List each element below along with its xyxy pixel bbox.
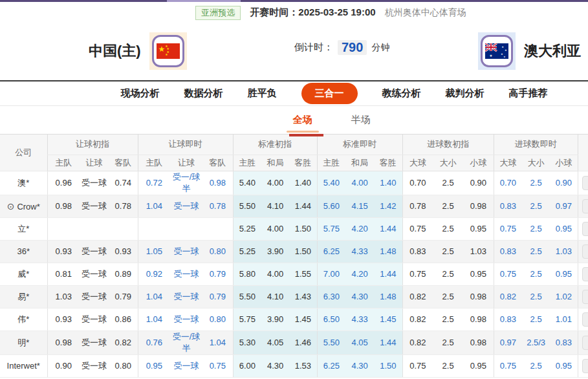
row-action-button[interactable] — [582, 199, 588, 213]
match-header: 中国(主) ★ ★ ★ ★ ★ 倒计时： 790 分钟 — [0, 23, 588, 80]
odds-cell: 0.98 — [47, 195, 80, 217]
china-flag-icon: ★ ★ ★ ★ ★ — [152, 35, 184, 67]
row-action-button[interactable] — [582, 222, 588, 236]
odds-cell: 4.10 — [261, 195, 289, 217]
odds-cell: 5.50 — [233, 195, 261, 217]
odds-cell: 2.5 — [522, 217, 550, 240]
odds-cell: 5.25 — [233, 240, 261, 263]
odds-cell: 1.44 — [374, 217, 402, 240]
odds-cell: 0.83 — [494, 308, 522, 330]
subcolumn-header: 大小 — [433, 155, 463, 171]
odds-row: 威*0.81受一球0.890.92受一球0.795.804.001.557.00… — [0, 263, 588, 285]
odds-cell: 2.5 — [433, 171, 463, 195]
subcolumn-header: 让球 — [170, 155, 202, 171]
odds-cell: 4.00 — [261, 217, 289, 240]
company-cell[interactable]: Interwet* — [0, 354, 47, 377]
venue: 杭州奥体中心体育场 — [385, 7, 466, 19]
odds-cell: 0.93 — [47, 308, 80, 330]
odds-cell: 4.00 — [345, 171, 374, 195]
company-cell[interactable]: 伟* — [0, 308, 47, 330]
odds-cell: 1.50 — [374, 354, 402, 377]
odds-cell: 受一球 — [80, 263, 109, 285]
odds-cell: 0.83 — [494, 240, 522, 263]
nav-tab-6[interactable]: 高手推荐 — [509, 87, 548, 100]
odds-cell: 受一球 — [170, 308, 202, 330]
odds-cell: 1.46 — [289, 330, 317, 354]
odds-cell: 6.25 — [317, 240, 345, 263]
odds-cell — [109, 217, 138, 240]
odds-cell: 0.74 — [109, 171, 138, 195]
company-cell[interactable]: 威* — [0, 263, 47, 285]
odds-cell: 0.90 — [550, 171, 578, 195]
subtab-1[interactable]: 半场 — [350, 110, 372, 130]
odds-cell: 1.03 — [550, 240, 578, 263]
subcolumn-header: 小球 — [463, 155, 494, 171]
odds-cell: 0.98 — [463, 195, 494, 217]
odds-cell: 0.98 — [463, 330, 494, 354]
odds-cell: 1.01 — [550, 308, 578, 330]
subtab-0[interactable]: 全场 — [292, 110, 314, 130]
svg-text:★: ★ — [501, 45, 504, 49]
odds-cell: 4.20 — [345, 217, 374, 240]
odds-cell: 受一球 — [80, 285, 109, 308]
nav-tab-1[interactable]: 数据分析 — [184, 87, 223, 100]
row-action-button[interactable] — [582, 267, 588, 281]
row-action-button[interactable] — [582, 176, 588, 190]
company-cell[interactable]: 易* — [0, 285, 47, 308]
odds-cell: 受一/球半 — [170, 171, 202, 195]
group-header: 进球数即时 — [494, 135, 578, 155]
column-scroll-indicator — [289, 134, 323, 136]
odds-cell: 7.00 — [317, 263, 345, 285]
odds-cell: 5.50 — [317, 330, 345, 354]
odds-cell: 0.96 — [47, 171, 80, 195]
nav-tab-2[interactable]: 胜平负 — [248, 87, 277, 100]
odds-cell: 0.95 — [138, 354, 170, 377]
subcolumn-header: 和局 — [345, 155, 374, 171]
company-cell[interactable]: 立* — [0, 217, 47, 240]
odds-cell: 0.79 — [202, 263, 233, 285]
odds-cell: 4.33 — [345, 240, 374, 263]
odds-cell: 0.95 — [463, 217, 494, 240]
row-action-button[interactable] — [582, 312, 588, 327]
odds-cell: 5.75 — [317, 217, 345, 240]
subcolumn-header: 主队 — [138, 155, 170, 171]
nav-tab-0[interactable]: 现场分析 — [121, 87, 160, 100]
odds-cell: 0.98 — [463, 308, 494, 330]
row-action-button[interactable] — [582, 244, 588, 259]
company-cell[interactable]: 澳* — [0, 171, 47, 195]
company-cell[interactable]: ⊙Crow* — [0, 195, 47, 217]
odds-cell: 1.04 — [138, 285, 170, 308]
odds-cell: 1.02 — [550, 285, 578, 308]
company-cell[interactable]: 36* — [0, 240, 47, 263]
svg-text:★: ★ — [503, 56, 505, 58]
row-action-button[interactable] — [582, 359, 588, 373]
odds-row: 澳*0.96受一球0.740.72受一/球半0.985.404.001.405.… — [0, 171, 588, 195]
odds-cell: 0.89 — [109, 263, 138, 285]
home-team-name: 中国(主) — [89, 41, 141, 61]
odds-cell: 0.90 — [463, 171, 494, 195]
nav-tab-4[interactable]: 教练分析 — [382, 87, 421, 100]
row-action-button[interactable] — [582, 290, 588, 304]
row-action-button[interactable] — [582, 336, 588, 350]
odds-row: 明*0.98受一球0.820.76受一/球半1.045.304.051.465.… — [0, 330, 588, 354]
odds-cell: 1.48 — [374, 240, 402, 263]
odds-cell: 4.30 — [345, 354, 374, 377]
odds-cell: 0.75 — [402, 217, 433, 240]
nav-tab-3[interactable]: 三合一 — [301, 83, 358, 104]
odds-cell: 1.50 — [289, 217, 317, 240]
company-cell[interactable]: 明* — [0, 330, 47, 354]
odds-cell: 6.00 — [233, 354, 261, 377]
odds-cell: 2.5 — [433, 217, 463, 240]
away-team: ★ ★ ★ ★ ★ 澳大利亚 — [478, 32, 581, 70]
odds-cell: 0.70 — [494, 171, 522, 195]
odds-cell: 1.45 — [289, 308, 317, 330]
subcolumn-header: 主胜 — [317, 155, 345, 171]
odds-cell: 1.03 — [47, 285, 80, 308]
odds-cell: 4.30 — [345, 285, 374, 308]
odds-cell: 受一球 — [170, 195, 202, 217]
competition-badge: 亚洲预选 — [195, 6, 241, 20]
australia-flag-icon: ★ ★ ★ ★ ★ — [481, 35, 513, 67]
nav-tab-5[interactable]: 裁判分析 — [446, 87, 485, 100]
odds-cell: 受一球 — [80, 330, 109, 354]
svg-text:★: ★ — [158, 45, 165, 54]
